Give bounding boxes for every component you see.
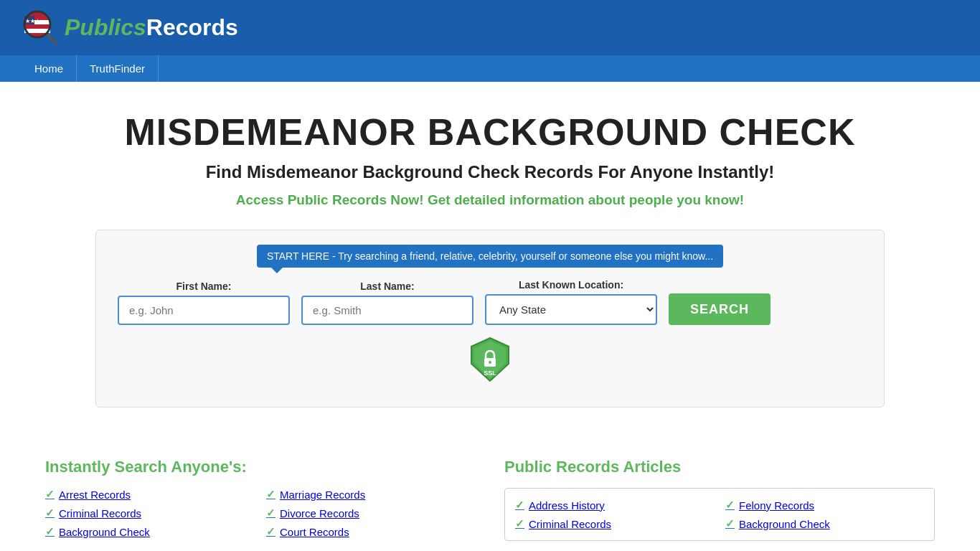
list-item[interactable]: ✓ Criminal Records: [515, 517, 714, 530]
check-icon: ✓: [266, 525, 275, 538]
hero-subtitle: Find Misdemeanor Background Check Record…: [14, 162, 966, 182]
check-icon: ✓: [725, 517, 735, 530]
check-icon: ✓: [266, 488, 275, 501]
svg-text:★★★: ★★★: [25, 18, 40, 24]
instantly-search-title: Instantly Search Anyone's:: [45, 458, 476, 476]
last-name-group: Last Name:: [301, 281, 473, 325]
records-grid: ✓ Arrest Records ✓ Marriage Records ✓ Cr…: [45, 488, 476, 538]
felony-records-link[interactable]: Felony Records: [739, 499, 814, 512]
hero-tagline: Access Public Records Now! Get detailed …: [14, 192, 966, 208]
list-item[interactable]: ✓ Criminal Records: [45, 507, 255, 519]
hero-section: MISDEMEANOR BACKGROUND CHECK Find Misdem…: [0, 82, 980, 443]
svg-point-12: [489, 361, 491, 364]
list-item[interactable]: ✓ Court Records: [266, 525, 476, 538]
divorce-records-link[interactable]: Divorce Records: [280, 507, 359, 519]
search-tooltip: START HERE - Try searching a friend, rel…: [257, 245, 723, 268]
public-records-column: Public Records Articles ✓ Address Histor…: [504, 458, 935, 541]
site-header: ★★★ PublicsRecords: [0, 0, 980, 55]
last-name-label: Last Name:: [301, 281, 473, 292]
ssl-shield-icon: SSL: [470, 336, 510, 382]
first-name-input[interactable]: [118, 296, 290, 325]
marriage-records-link[interactable]: Marriage Records: [280, 489, 365, 501]
criminal-records-articles-link[interactable]: Criminal Records: [529, 518, 611, 530]
hero-title: MISDEMEANOR BACKGROUND CHECK: [14, 110, 966, 154]
nav-truthfinder[interactable]: TruthFinder: [77, 55, 159, 82]
list-item[interactable]: ✓ Divorce Records: [266, 507, 476, 519]
list-item[interactable]: ✓ Background Check: [725, 517, 924, 530]
check-icon: ✓: [45, 488, 55, 501]
ssl-badge: SSL: [470, 336, 510, 382]
search-container: START HERE - Try searching a friend, rel…: [95, 230, 885, 408]
check-icon: ✓: [725, 499, 735, 512]
location-group: Last Known Location: Any State Alabama A…: [485, 279, 657, 325]
list-item[interactable]: ✓ Background Check: [45, 525, 255, 538]
check-icon: ✓: [515, 517, 524, 530]
address-history-link[interactable]: Address History: [529, 499, 605, 512]
main-nav: Home TruthFinder: [0, 55, 980, 82]
svg-line-7: [47, 34, 56, 43]
check-icon: ✓: [515, 499, 524, 512]
articles-grid: ✓ Address History ✓ Felony Records ✓ Cri…: [515, 499, 924, 530]
background-check-articles-link[interactable]: Background Check: [739, 518, 830, 530]
check-icon: ✓: [266, 507, 275, 519]
articles-box: ✓ Address History ✓ Felony Records ✓ Cri…: [504, 488, 935, 541]
bottom-section: Instantly Search Anyone's: ✓ Arrest Reco…: [24, 443, 956, 551]
check-icon: ✓: [45, 525, 55, 538]
public-records-title: Public Records Articles: [504, 458, 935, 476]
svg-rect-2: [24, 24, 50, 29]
court-records-link[interactable]: Court Records: [280, 526, 349, 538]
search-fields: First Name: Last Name: Last Known Locati…: [118, 279, 862, 325]
criminal-records-link[interactable]: Criminal Records: [59, 507, 141, 519]
list-item[interactable]: ✓ Marriage Records: [266, 488, 476, 501]
logo[interactable]: ★★★ PublicsRecords: [22, 9, 238, 46]
list-item[interactable]: ✓ Arrest Records: [45, 488, 255, 501]
first-name-label: First Name:: [118, 281, 290, 292]
search-button[interactable]: SEARCH: [669, 293, 771, 325]
svg-text:SSL: SSL: [484, 369, 496, 377]
background-check-link[interactable]: Background Check: [59, 526, 150, 538]
nav-home[interactable]: Home: [22, 55, 77, 82]
last-name-input[interactable]: [301, 296, 473, 325]
logo-icon: ★★★: [22, 9, 59, 46]
list-item[interactable]: ✓ Address History: [515, 499, 714, 512]
arrest-records-link[interactable]: Arrest Records: [59, 489, 131, 501]
state-select[interactable]: Any State Alabama Alaska Arizona Arkansa…: [485, 294, 657, 325]
check-icon: ✓: [45, 507, 55, 519]
instantly-search-column: Instantly Search Anyone's: ✓ Arrest Reco…: [45, 458, 476, 541]
logo-text: PublicsRecords: [65, 16, 238, 39]
location-label: Last Known Location:: [485, 279, 657, 291]
first-name-group: First Name:: [118, 281, 290, 325]
list-item[interactable]: ✓ Felony Records: [725, 499, 924, 512]
